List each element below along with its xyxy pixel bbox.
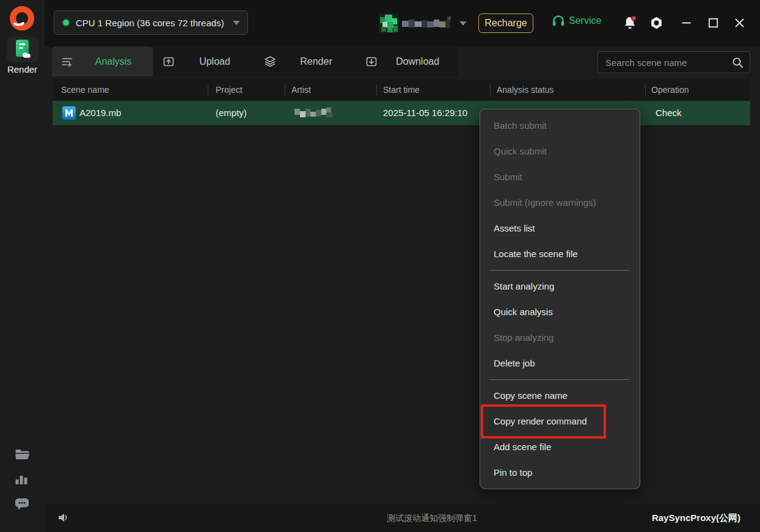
render-app-icon — [13, 39, 32, 60]
menu-item-assets-list[interactable]: Assets list — [480, 216, 640, 241]
tab-label: Upload — [175, 56, 255, 67]
close-button[interactable] — [731, 14, 748, 31]
open-folder-icon[interactable] — [15, 448, 31, 461]
main-panel: Analysis Upload — [45, 46, 760, 504]
headset-icon — [552, 15, 565, 27]
gear-icon — [650, 16, 663, 29]
chevron-down-icon — [459, 21, 467, 26]
menu-item-quick-submit: Quick submit — [480, 139, 640, 164]
menu-item-submit: Submit — [480, 164, 640, 190]
bell-icon — [623, 15, 637, 30]
cell-artist-redacted — [294, 107, 332, 119]
list-add-icon — [61, 56, 73, 68]
menu-divider — [489, 379, 629, 380]
app-logo-icon — [9, 5, 35, 32]
region-status-dot — [63, 20, 69, 26]
column-divider — [645, 85, 646, 95]
maya-file-icon — [62, 106, 76, 120]
minimize-icon — [681, 18, 692, 28]
status-bar: 测试滚动通知强制弹窗1 RaySyncProxy(公网) — [45, 504, 760, 532]
column-header-start-time: Start time — [383, 79, 420, 101]
sidebar: Render — [0, 0, 45, 532]
menu-item-batch-submit: Batch submit — [480, 113, 640, 139]
maximize-icon — [708, 18, 718, 28]
tab-label: Render — [276, 56, 356, 67]
scrolling-notice: 测试滚动通知强制弹窗1 — [387, 504, 477, 532]
column-divider — [376, 85, 377, 95]
column-header-analysis-status: Analysis status — [497, 79, 554, 101]
username-redacted — [402, 16, 453, 31]
cell-scene-name: A2019.mb — [79, 101, 121, 125]
tab-download[interactable]: Download — [356, 46, 458, 76]
region-selector-label: CPU 1 Region (36 cores 72 threads) — [76, 18, 233, 28]
column-header-scene-name: Scene name — [61, 79, 109, 101]
tab-upload[interactable]: Upload — [153, 46, 255, 76]
tab-label: Download — [378, 56, 458, 67]
recharge-button[interactable]: Recharge — [478, 13, 533, 33]
sidebar-item-label: Render — [4, 64, 41, 75]
speaker-icon[interactable] — [57, 512, 69, 523]
column-header-artist: Artist — [291, 79, 311, 101]
cell-project: (empty) — [216, 101, 247, 125]
maximize-button[interactable] — [704, 14, 722, 31]
tab-analysis[interactable]: Analysis — [52, 46, 153, 76]
check-link[interactable]: Check — [656, 101, 682, 125]
bar-chart-icon[interactable] — [15, 473, 31, 487]
settings-button[interactable] — [648, 14, 665, 31]
tab-label: Analysis — [73, 56, 153, 67]
table-header: Scene name Project Artist Start time Ana… — [53, 79, 750, 101]
table-row[interactable]: A2019.mb (empty) 2025-11-05 16:29:10 Che… — [53, 101, 750, 125]
menu-item-pin-to-top[interactable]: Pin to top — [480, 460, 640, 486]
titlebar: CPU 1 Region (36 cores 72 threads) — [45, 0, 760, 46]
menu-item-quick-analysis[interactable]: Quick analysis — [480, 299, 640, 325]
minimize-button[interactable] — [678, 14, 695, 31]
avatar — [379, 13, 398, 33]
proxy-label: RaySyncProxy(公网) — [652, 504, 740, 532]
menu-item-locate-scene-file[interactable]: Locate the scene file — [480, 241, 640, 267]
menu-item-delete-job[interactable]: Delete job — [480, 351, 640, 376]
search-icon[interactable] — [732, 57, 744, 68]
folder-up-icon — [163, 56, 175, 68]
notifications-button[interactable] — [621, 14, 638, 31]
column-divider — [490, 85, 491, 95]
sidebar-item-render[interactable]: Render — [4, 37, 41, 75]
tab-render[interactable]: Render — [255, 46, 356, 76]
chat-icon[interactable] — [15, 498, 31, 511]
folder-down-icon — [365, 56, 378, 68]
region-selector[interactable]: CPU 1 Region (36 cores 72 threads) — [54, 10, 248, 35]
column-divider — [285, 85, 285, 95]
menu-item-stop-analyzing: Stop analyzing — [480, 325, 640, 351]
column-divider — [208, 85, 208, 95]
user-account-menu[interactable] — [379, 12, 467, 34]
menu-item-submit-ignore: Submit (Ignore warnings) — [480, 190, 640, 216]
annotation-red-box — [481, 404, 606, 439]
chevron-down-icon — [233, 21, 240, 25]
search-box — [597, 51, 750, 73]
service-button[interactable]: Service — [552, 15, 601, 27]
search-input[interactable] — [598, 57, 732, 68]
cell-start-time: 2025-11-05 16:29:10 — [383, 101, 467, 125]
menu-divider — [489, 270, 629, 271]
tab-bar: Analysis Upload — [52, 46, 458, 76]
layers-icon — [264, 56, 276, 68]
menu-item-start-analyzing[interactable]: Start analyzing — [480, 274, 640, 299]
column-header-project: Project — [216, 79, 243, 101]
service-label: Service — [569, 15, 601, 26]
app-window: Render — [0, 0, 760, 532]
close-icon — [734, 18, 745, 28]
column-header-operation: Operation — [651, 79, 689, 101]
